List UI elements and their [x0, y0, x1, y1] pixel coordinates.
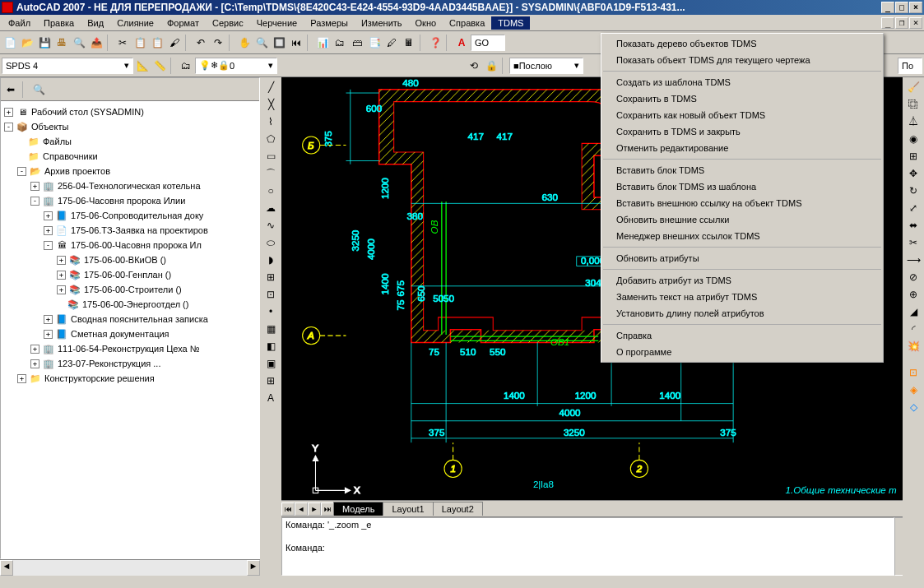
- paste-icon[interactable]: 📋: [149, 35, 165, 51]
- erase-icon[interactable]: 🧹: [905, 79, 922, 95]
- expander-icon[interactable]: -: [44, 241, 53, 250]
- offset-icon[interactable]: ◉: [905, 131, 922, 147]
- props-icon[interactable]: 📊: [314, 35, 331, 51]
- calc-icon[interactable]: 🖩: [401, 35, 417, 51]
- insert-block-icon[interactable]: ⊞: [262, 269, 279, 285]
- expander-icon[interactable]: +: [44, 211, 53, 220]
- tdms-set-length[interactable]: Установить длину полей атрибутов: [601, 305, 883, 322]
- menu-modify[interactable]: Изменить: [355, 16, 409, 30]
- osnap-icon[interactable]: ⊡: [905, 364, 922, 381]
- line-icon[interactable]: ╱: [262, 79, 279, 95]
- extend-icon[interactable]: ⟶: [905, 252, 922, 268]
- tree-konstr[interactable]: Конструкторские решения: [44, 373, 155, 383]
- tab-layout1[interactable]: Layout1: [383, 502, 433, 516]
- menu-dim[interactable]: Размеры: [304, 16, 355, 30]
- expander-icon[interactable]: -: [4, 123, 13, 132]
- tab-last-icon[interactable]: ⏭: [321, 502, 334, 516]
- gradient-icon[interactable]: ◧: [262, 338, 279, 354]
- mtext-icon[interactable]: A: [262, 390, 279, 406]
- tp-icon[interactable]: 🗃: [349, 35, 365, 51]
- save-icon[interactable]: 💾: [36, 35, 53, 51]
- layer-iso-icon[interactable]: 🔒: [483, 58, 499, 74]
- expander-icon[interactable]: +: [44, 315, 53, 324]
- expander-icon[interactable]: +: [30, 359, 39, 368]
- search-input[interactable]: [471, 35, 505, 51]
- tdms-help[interactable]: Справка: [601, 327, 883, 344]
- style-btn1-icon[interactable]: 📐: [134, 58, 151, 74]
- tdms-cancel-edit[interactable]: Отменить редактирование: [601, 140, 883, 156]
- scale-icon[interactable]: ⤢: [905, 200, 922, 216]
- tdms-about[interactable]: О программе: [601, 344, 883, 360]
- close-button[interactable]: ×: [909, 2, 922, 13]
- lineweight-dropdown[interactable]: По: [898, 58, 922, 74]
- layer-prev-icon[interactable]: ⟲: [466, 58, 482, 74]
- command-input[interactable]: Команда:: [286, 543, 890, 554]
- join-icon[interactable]: ⊕: [905, 286, 922, 303]
- tree-root[interactable]: Рабочий стол (SYSADMIN): [31, 107, 144, 117]
- hatch-icon[interactable]: ▦: [262, 321, 279, 337]
- style-dropdown[interactable]: SPDS 4▾: [2, 58, 133, 74]
- tree-refs[interactable]: Справочники: [43, 151, 98, 161]
- layer-dropdown[interactable]: 💡❄🔒 0▾: [195, 58, 277, 74]
- preview-icon[interactable]: 🔍: [71, 35, 87, 51]
- expander-icon[interactable]: +: [17, 374, 26, 383]
- trim-icon[interactable]: ✂: [905, 234, 922, 251]
- expander-icon[interactable]: +: [57, 285, 66, 294]
- tree-hscroll[interactable]: ◄►: [0, 559, 260, 576]
- osnap2-icon[interactable]: ◈: [905, 382, 922, 398]
- mirror-icon[interactable]: ⏃: [905, 113, 922, 130]
- expander-icon[interactable]: +: [30, 182, 39, 191]
- expander-icon[interactable]: +: [57, 271, 66, 280]
- mdi-minimize[interactable]: _: [881, 17, 894, 29]
- tdms-save[interactable]: Сохранить в TDMS: [601, 90, 883, 107]
- tab-layout2[interactable]: Layout2: [433, 502, 483, 516]
- menu-view[interactable]: Вид: [81, 16, 110, 30]
- tdms-show-tree[interactable]: Показать дерево объектов TDMS: [601, 35, 883, 52]
- expander-icon[interactable]: -: [30, 197, 39, 206]
- color-dropdown[interactable]: ■ Послою▾: [509, 58, 583, 74]
- tdms-insert-block-tpl[interactable]: Вставить блок TDMS из шаблона: [601, 178, 883, 195]
- tree-files[interactable]: Файлы: [43, 137, 72, 146]
- tab-next-icon[interactable]: ►: [308, 502, 321, 516]
- tdms-update-xref[interactable]: Обновить внешние ссылки: [601, 211, 883, 228]
- menu-tdms[interactable]: TDMS: [491, 16, 530, 30]
- cut-icon[interactable]: ✂: [114, 35, 131, 51]
- menu-edit[interactable]: Правка: [37, 16, 81, 30]
- polyline-icon[interactable]: ⌇: [262, 113, 279, 130]
- tree-p4[interactable]: 123-07-Реконструкция ...: [58, 359, 161, 368]
- undo-icon[interactable]: ↶: [193, 35, 209, 51]
- revcloud-icon[interactable]: ☁: [262, 200, 279, 216]
- menu-window[interactable]: Окно: [409, 16, 443, 30]
- minimize-button[interactable]: _: [881, 2, 894, 13]
- tdms-show-obj[interactable]: Показать объект TDMS для текущего чертеж…: [601, 52, 883, 68]
- autodesk-icon[interactable]: A: [453, 35, 470, 51]
- tdms-create-tpl[interactable]: Создать из шаблона TDMS: [601, 74, 883, 90]
- tree-p2-5[interactable]: Сметная документация: [71, 329, 169, 339]
- tree-p2-4[interactable]: Сводная пояснительная записка: [71, 314, 208, 324]
- menu-help[interactable]: Справка: [443, 16, 491, 30]
- tdms-save-close[interactable]: Сохранить в TDMS и закрыть: [601, 123, 883, 140]
- region-icon[interactable]: ▣: [262, 355, 279, 372]
- style-btn2-icon[interactable]: 📏: [151, 58, 168, 74]
- menu-merge[interactable]: Слияние: [110, 16, 160, 30]
- zoom-rt-icon[interactable]: 🔍: [253, 35, 270, 51]
- ellipse-icon[interactable]: ⬭: [262, 234, 279, 251]
- tdms-insert-xref[interactable]: Вставить внешнюю ссылку на объект TDMS: [601, 195, 883, 211]
- pan-icon[interactable]: ✋: [236, 35, 253, 51]
- expander-icon[interactable]: -: [17, 167, 26, 176]
- construction-line-icon[interactable]: ╳: [262, 96, 279, 113]
- expander-icon[interactable]: +: [44, 226, 53, 235]
- make-block-icon[interactable]: ⊡: [262, 286, 279, 303]
- tree-p2-3[interactable]: 175-06-00-Часовня пророка Ил: [71, 240, 202, 250]
- plot-icon[interactable]: 🖶: [53, 35, 70, 51]
- match-icon[interactable]: 🖌: [166, 35, 183, 51]
- tree-p2[interactable]: 175-06-Часовня пророка Илии: [58, 196, 185, 206]
- polygon-icon[interactable]: ⬠: [262, 131, 279, 147]
- copy-icon[interactable]: 📋: [132, 35, 148, 51]
- copy-obj-icon[interactable]: ⿻: [905, 96, 922, 113]
- publish-icon[interactable]: 📤: [88, 35, 104, 51]
- menu-service[interactable]: Сервис: [206, 16, 250, 30]
- mdi-close[interactable]: ×: [909, 17, 922, 29]
- rectangle-icon[interactable]: ▭: [262, 148, 279, 164]
- tree-p2-2[interactable]: 175-06.ТЗ-Заявка на проектиров: [71, 225, 208, 235]
